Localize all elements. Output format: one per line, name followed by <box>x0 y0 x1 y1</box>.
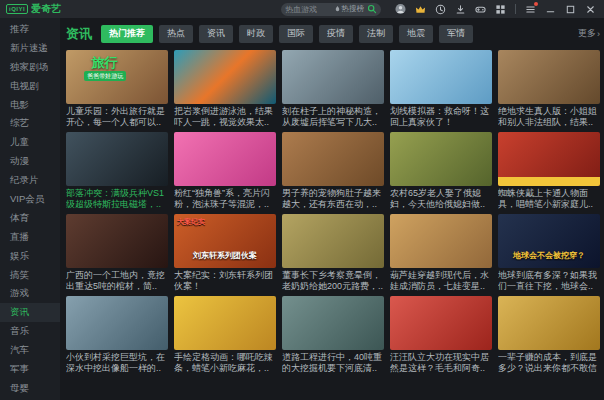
sidebar-item-游戏[interactable]: 游戏 <box>0 284 60 303</box>
video-card[interactable]: 汪汪队立大功在现实中居然是这样？毛毛和阿奇.. <box>390 296 492 374</box>
sidebar-item-音乐[interactable]: 音乐 <box>0 322 60 341</box>
video-thumbnail[interactable] <box>66 214 168 268</box>
video-thumbnail[interactable] <box>174 132 276 186</box>
video-card[interactable]: 男子养的宠物狗肚子越来越大，还有东西在动，.. <box>282 132 384 210</box>
video-thumbnail[interactable] <box>282 50 384 104</box>
sidebar-item-推荐[interactable]: 推荐 <box>0 20 60 39</box>
hot-search-trend[interactable]: 热搜榜 <box>334 4 365 14</box>
video-card[interactable]: 绝地求生真人版：小姐姐和别人非法组队，结果.. <box>498 50 600 128</box>
maximize-button[interactable] <box>565 4 576 15</box>
apps-button[interactable] <box>495 4 506 15</box>
sidebar-item-母婴[interactable]: 母婴 <box>0 379 60 398</box>
sidebar-item-直播[interactable]: 直播 <box>0 228 60 247</box>
video-card[interactable]: 地球会不会被挖穿？地球到底有多深？如果我们一直往下挖，地球会.. <box>498 214 600 292</box>
search-box[interactable]: 热搜榜 <box>281 3 381 16</box>
game-controller-icon <box>475 4 486 15</box>
sidebar: 推荐新片速递独家剧场电视剧电影综艺儿童动漫纪录片VIP会员体育直播娱乐搞笑游戏资… <box>0 18 60 400</box>
sidebar-item-搞笑[interactable]: 搞笑 <box>0 266 60 285</box>
tab-热门推荐[interactable]: 热门推荐 <box>101 25 153 43</box>
tab-资讯[interactable]: 资讯 <box>199 25 233 43</box>
video-thumbnail[interactable] <box>66 296 168 350</box>
tab-军情[interactable]: 军情 <box>439 25 473 43</box>
sidebar-item-动漫[interactable]: 动漫 <box>0 152 60 171</box>
search-input[interactable] <box>285 5 332 14</box>
video-card[interactable]: 旅行爸爸带娃游玩儿童乐园：外出旅行就是开心，每一个人都可以.. <box>66 50 168 128</box>
sidebar-item-综艺[interactable]: 综艺 <box>0 114 60 133</box>
sidebar-item-儿童[interactable]: 儿童 <box>0 133 60 152</box>
video-thumbnail[interactable] <box>174 296 276 350</box>
video-thumbnail[interactable] <box>66 132 168 186</box>
game-center-button[interactable] <box>475 4 486 15</box>
video-title: 董事长下乡考察竟晕倒，老奶奶给她200元路费，.. <box>282 270 384 292</box>
tab-热点[interactable]: 热点 <box>159 25 193 43</box>
video-card[interactable]: 粉红“独角兽”系，亮片闪粉，泡沫珠子等混泥，.. <box>174 132 276 210</box>
video-card[interactable]: 蜘蛛侠戴上卡通人物面具，唱蜡笔小新家庭儿.. <box>498 132 600 210</box>
thumb-badge: 大案纪实 <box>177 217 205 227</box>
video-card[interactable]: 部落冲突：满级兵种VS1级超级特斯拉电磁塔，.. <box>66 132 168 210</box>
sidebar-item-纪录片[interactable]: 纪录片 <box>0 171 60 190</box>
iqiyi-logo-text: 爱奇艺 <box>31 2 61 16</box>
sidebar-item-电视剧[interactable]: 电视剧 <box>0 77 60 96</box>
sidebar-item-娱乐[interactable]: 娱乐 <box>0 247 60 266</box>
search-icon <box>367 4 377 14</box>
history-button[interactable] <box>435 4 446 15</box>
thumb-caption: 刘东轩系列团伙案 <box>174 250 276 261</box>
video-thumbnail[interactable]: 大案纪实刘东轩系列团伙案 <box>174 214 276 268</box>
video-thumbnail[interactable]: 旅行爸爸带娃游玩 <box>66 50 168 104</box>
sidebar-item-电影[interactable]: 电影 <box>0 96 60 115</box>
tab-法制[interactable]: 法制 <box>359 25 393 43</box>
video-card[interactable]: 手绘定格动画：哪吒吃辣条，蜡笔小新吃麻花，.. <box>174 296 276 374</box>
sidebar-item-独家剧场[interactable]: 独家剧场 <box>0 58 60 77</box>
video-thumbnail[interactable]: 地球会不会被挖穿？ <box>498 214 600 268</box>
video-card[interactable]: 划线模拟器：救命呀！这回上真家伙了！ <box>390 50 492 128</box>
video-card[interactable]: 小伙到村采挖巨型坑，在深水中挖出像船一样的.. <box>66 296 168 374</box>
history-clock-icon <box>435 4 446 15</box>
video-card[interactable]: 道路工程进行中，40吨重的大挖掘机要下河底清.. <box>282 296 384 374</box>
sidebar-item-资讯[interactable]: 资讯 <box>0 303 60 322</box>
video-thumbnail[interactable] <box>174 50 276 104</box>
tab-list: 热门推荐热点资讯时政国际疫情法制地震军情 <box>101 25 473 43</box>
sidebar-item-汽车[interactable]: 汽车 <box>0 341 60 360</box>
search-button[interactable] <box>366 4 377 15</box>
video-thumbnail[interactable] <box>390 296 492 350</box>
main-menu-button[interactable] <box>525 4 536 15</box>
sidebar-item-军事[interactable]: 军事 <box>0 360 60 379</box>
video-card[interactable]: 葫芦娃穿越到现代后，水娃成消防员，七娃变星.. <box>390 214 492 292</box>
video-thumbnail[interactable] <box>390 214 492 268</box>
video-thumbnail[interactable] <box>498 296 600 350</box>
video-card[interactable]: 刻在柱子上的神秘构造，从废墟后挥笔写下几大.. <box>282 50 384 128</box>
video-thumbnail[interactable] <box>498 50 600 104</box>
video-thumbnail[interactable] <box>498 132 600 186</box>
video-title: 蜘蛛侠戴上卡通人物面具，唱蜡笔小新家庭儿.. <box>498 188 600 210</box>
sidebar-list: 推荐新片速递独家剧场电视剧电影综艺儿童动漫纪录片VIP会员体育直播娱乐搞笑游戏资… <box>0 20 60 398</box>
download-button[interactable] <box>455 4 466 15</box>
sidebar-item-体育[interactable]: 体育 <box>0 209 60 228</box>
video-thumbnail[interactable] <box>390 132 492 186</box>
close-button[interactable] <box>585 4 596 15</box>
vip-button[interactable] <box>415 4 426 15</box>
video-card[interactable]: 董事长下乡考察竟晕倒，老奶奶给她200元路费，.. <box>282 214 384 292</box>
tab-疫情[interactable]: 疫情 <box>319 25 353 43</box>
video-thumbnail[interactable] <box>390 50 492 104</box>
tab-时政[interactable]: 时政 <box>239 25 273 43</box>
user-avatar[interactable] <box>395 4 406 15</box>
sidebar-item-VIP会员[interactable]: VIP会员 <box>0 190 60 209</box>
video-thumbnail[interactable] <box>282 132 384 186</box>
tab-地震[interactable]: 地震 <box>399 25 433 43</box>
user-icon <box>395 3 406 15</box>
video-card[interactable]: 把岩浆倒进游泳池，结果吓人一跳，视觉效果太.. <box>174 50 276 128</box>
video-thumbnail[interactable] <box>282 214 384 268</box>
iqiyi-logo[interactable]: iQIYI 爱奇艺 <box>6 2 61 16</box>
maximize-icon <box>565 4 576 15</box>
more-link[interactable]: 更多 › <box>578 27 600 40</box>
video-card[interactable]: 农村65岁老人娶了俄媳妇，今天他给俄媳妇做.. <box>390 132 492 210</box>
video-thumbnail[interactable] <box>282 296 384 350</box>
content-area: 资讯 热门推荐热点资讯时政国际疫情法制地震军情 更多 › 旅行爸爸带娃游玩儿童乐… <box>60 18 604 400</box>
video-card[interactable]: 一辈子赚的成本，到底是多少？说出来你都不敢信 <box>498 296 600 374</box>
video-card[interactable]: 大案纪实刘东轩系列团伙案大案纪实：刘东轩系列团伙案！ <box>174 214 276 292</box>
minimize-button[interactable] <box>545 4 556 15</box>
tab-国际[interactable]: 国际 <box>279 25 313 43</box>
video-card[interactable]: 广西的一个工地内，竟挖出重达5吨的棺材，简.. <box>66 214 168 292</box>
sidebar-item-新片速递[interactable]: 新片速递 <box>0 39 60 58</box>
video-title: 男子养的宠物狗肚子越来越大，还有东西在动，.. <box>282 188 384 210</box>
